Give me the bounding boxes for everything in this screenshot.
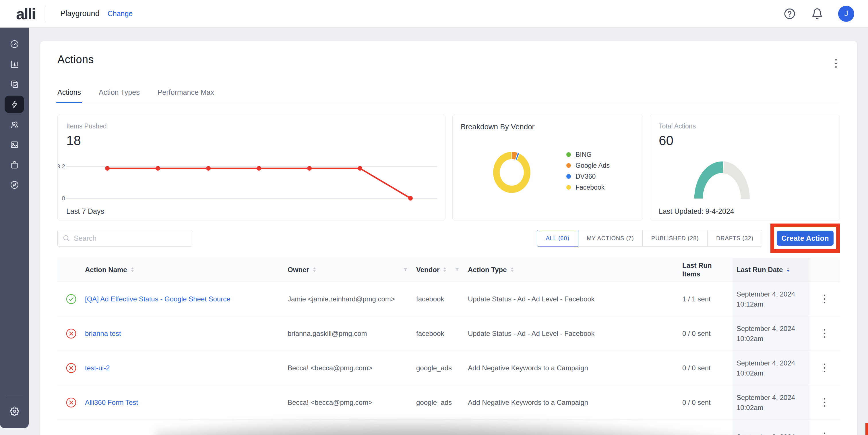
column-label: Action Name: [85, 266, 127, 274]
kebab-menu-icon[interactable]: [824, 363, 826, 373]
sort-icon[interactable]: [510, 267, 514, 272]
column-header-last-run-date[interactable]: Last Run Date: [733, 258, 809, 282]
sidebar-item-discover[interactable]: [4, 175, 24, 195]
filter-funnel-icon[interactable]: [454, 267, 460, 272]
sidebar-item-images[interactable]: [4, 135, 24, 154]
filter-funnel-icon[interactable]: [403, 267, 408, 272]
action-name-link[interactable]: test-ui-2: [85, 364, 110, 372]
legend-item-facebook[interactable]: Facebook: [566, 184, 610, 191]
tab-actions[interactable]: Actions: [57, 88, 81, 103]
kebab-menu-icon[interactable]: [824, 294, 826, 304]
status-error-icon: [65, 328, 77, 339]
status-cell: [57, 351, 85, 385]
sidebar-item-settings[interactable]: [4, 401, 24, 421]
row-kebab-menu[interactable]: [809, 316, 839, 350]
main-content: Actions ActionsAction TypesPerformance M…: [29, 28, 868, 435]
legend-item-google-ads[interactable]: Google Ads: [566, 162, 610, 169]
last-run-items-cell: 0 / 0 sent: [682, 316, 733, 350]
tab-action-types[interactable]: Action Types: [99, 88, 140, 103]
row-kebab-menu[interactable]: [809, 282, 839, 316]
filter-published-28[interactable]: PUBLISHED (28): [642, 230, 708, 246]
action-name-cell: [QA] Ad Effective Status - Google Sheet …: [85, 282, 288, 316]
owner-cell: brianna.gaskill@pmg.com: [288, 316, 416, 350]
top-bar: alli Playground Change J: [0, 0, 868, 28]
column-header-action-type[interactable]: Action Type: [468, 258, 682, 282]
sidebar-item-shopping[interactable]: [4, 154, 24, 175]
owner-cell: Becca! <becca@pmg.com>: [288, 351, 416, 385]
notifications-bell-icon[interactable]: [811, 7, 824, 20]
last-run-date-cell: September 4, 202410:02am: [733, 385, 809, 419]
legend-item-dv360[interactable]: DV360: [566, 173, 610, 180]
sidebar-item-dashboard[interactable]: [4, 34, 24, 54]
sort-icon[interactable]: [786, 267, 790, 272]
create-action-button[interactable]: Create Action: [777, 231, 834, 246]
sidebar-nav: [0, 28, 29, 428]
sort-icon[interactable]: [131, 267, 134, 272]
kebab-menu-icon[interactable]: [824, 398, 826, 407]
column-label: Vendor: [416, 266, 439, 274]
annotation-red-sliver: [865, 423, 868, 435]
last-run-items-cell: 1 / 1 sent: [682, 282, 733, 316]
kebab-menu-icon[interactable]: [824, 329, 826, 338]
action-name-link[interactable]: [QA] Ad Effective Status - Google Sheet …: [85, 295, 230, 303]
table-row: test-ui-2Becca! <becca@pmg.com>google_ad…: [57, 351, 840, 385]
last-run-items-cell: 0 / 0 sent: [682, 351, 733, 385]
row-kebab-menu[interactable]: [809, 420, 839, 435]
table-row: brianna testbrianna.gaskill@pmg.comfaceb…: [57, 316, 840, 351]
clipboard-check-icon: [10, 80, 19, 89]
last-run-items-cell: [682, 420, 733, 435]
filter-my-actions-7[interactable]: MY ACTIONS (7): [578, 230, 643, 246]
column-header-vendor[interactable]: Vendor: [416, 258, 468, 282]
legend-item-bing[interactable]: BING: [566, 151, 610, 158]
status-error-icon: [65, 362, 77, 374]
action-type-cell: Add Negative Keywords to a Campaign: [468, 351, 682, 385]
items-pushed-line-chart: 3.20: [58, 115, 445, 221]
column-header-status: [57, 258, 85, 282]
status-cell: [57, 420, 85, 435]
last-run-date-cell: September 3, 2024: [733, 420, 809, 435]
column-label: Owner: [288, 266, 309, 274]
gear-icon: [10, 407, 19, 416]
owner-cell: Jamie <jamie.reinhard@pmg.com>: [288, 282, 416, 316]
sidebar-item-actions[interactable]: [5, 96, 24, 113]
annotation-highlight-box: Create Action: [770, 224, 840, 253]
total-actions-gauge-chart: [650, 115, 840, 221]
sidebar-item-reports[interactable]: [4, 54, 24, 74]
sidebar-item-audiences[interactable]: [4, 114, 24, 135]
action-name-link[interactable]: Alli360 Form Test: [85, 399, 138, 407]
kebab-menu-icon[interactable]: [824, 432, 826, 435]
vendor-cell: facebook: [416, 282, 468, 316]
help-icon[interactable]: [783, 7, 796, 20]
sort-icon[interactable]: [443, 267, 446, 272]
filter-drafts-32[interactable]: DRAFTS (32): [707, 230, 763, 246]
row-kebab-menu[interactable]: [809, 385, 839, 419]
sort-icon[interactable]: [313, 267, 316, 272]
column-header-owner[interactable]: Owner: [288, 258, 416, 282]
panel-kebab-menu[interactable]: [832, 57, 840, 70]
owner-cell: Becca! <becca@pmg.com>: [288, 385, 416, 419]
status-error-icon: [65, 397, 77, 408]
column-header-action-name[interactable]: Action Name: [85, 258, 288, 282]
search-input[interactable]: [57, 230, 192, 246]
table-body: [QA] Ad Effective Status - Google Sheet …: [57, 282, 840, 435]
workspace-name: Playground: [60, 9, 100, 18]
action-name-link[interactable]: brianna test: [85, 329, 121, 338]
filter-button-group: ALL (60)MY ACTIONS (7)PUBLISHED (28)DRAF…: [537, 230, 763, 246]
legend-label: Google Ads: [576, 162, 610, 170]
date-line-1: September 4, 2024: [737, 323, 795, 334]
date-line-2: 10:12am: [737, 299, 763, 309]
date-line-2: 10:02am: [737, 334, 763, 344]
vendor-breakdown-card: Breakdown By Vendor BINGGoogle AdsDV360F…: [453, 115, 643, 221]
tab-performance-max[interactable]: Performance Max: [158, 88, 214, 103]
sidebar-item-tasks[interactable]: [4, 74, 24, 94]
legend-label: BING: [576, 151, 592, 158]
total-actions-card: Total Actions 60 Last Updated: 9-4-2024: [650, 115, 840, 221]
change-workspace-link[interactable]: Change: [107, 9, 133, 18]
column-label: Action Type: [468, 266, 507, 274]
total-actions-footer: Last Updated: 9-4-2024: [659, 207, 734, 215]
filter-all-60[interactable]: ALL (60): [537, 230, 578, 246]
row-kebab-menu[interactable]: [809, 351, 839, 385]
stat-cards-row: 3.20 Items Pushed 18 Last 7 Days Breakdo…: [57, 115, 840, 221]
user-avatar[interactable]: J: [838, 6, 854, 22]
status-cell: [57, 282, 85, 316]
